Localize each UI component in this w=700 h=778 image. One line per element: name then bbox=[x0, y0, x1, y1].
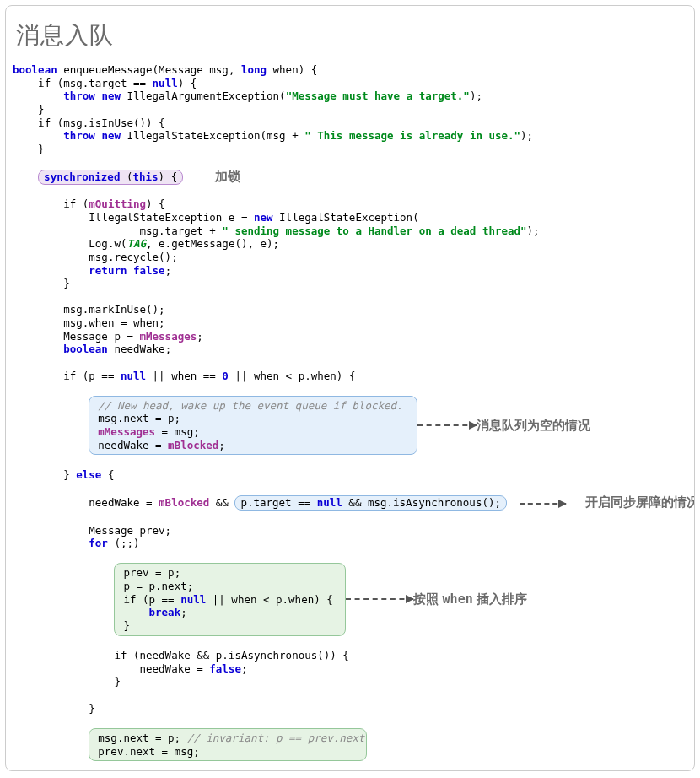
code-text: } bbox=[13, 103, 45, 116]
barrier-box: p.target == null && msg.isAsynchronous()… bbox=[234, 495, 507, 511]
code-text: if ( bbox=[13, 197, 89, 210]
synchronized-box: synchronized (this) { bbox=[38, 170, 183, 185]
code-text: ; bbox=[218, 439, 225, 451]
code-text: needWake = bbox=[13, 662, 209, 675]
code-text: Message p = bbox=[13, 330, 140, 343]
code-text: msg.next = p; bbox=[98, 732, 186, 744]
code-text: } bbox=[13, 468, 76, 481]
code-text: IllegalStateException(msg + bbox=[121, 129, 304, 142]
code-text: if (p == bbox=[13, 370, 121, 382]
comment: // New head, wake up the event queue if … bbox=[98, 399, 402, 412]
code-text: ); bbox=[520, 129, 533, 142]
code-text: } bbox=[13, 143, 45, 155]
code-text: ) { bbox=[146, 197, 165, 210]
arrow-icon bbox=[346, 598, 413, 600]
code-text: } bbox=[123, 619, 130, 632]
member: mBlocked bbox=[159, 496, 209, 509]
arrow-icon bbox=[417, 424, 477, 426]
code-text: if (msg.target == bbox=[13, 77, 153, 89]
kw-new: new bbox=[101, 129, 121, 142]
code-text: needWake = bbox=[13, 496, 159, 509]
indent bbox=[13, 129, 63, 142]
kw-false: false bbox=[209, 662, 241, 675]
code-text: msg.when = when; bbox=[13, 316, 165, 329]
code-document: 消息入队 boolean boolean enqueueMessage(Mess… bbox=[5, 5, 695, 771]
indent bbox=[123, 606, 148, 619]
code-text: needWake = bbox=[98, 439, 168, 451]
str: "Message must have a target." bbox=[286, 89, 470, 102]
code-text: } bbox=[13, 702, 95, 715]
kw-else: else bbox=[76, 468, 101, 481]
kw-break: break bbox=[149, 606, 181, 619]
kw-null: null bbox=[180, 593, 206, 606]
code-text: ) { bbox=[178, 77, 197, 89]
code-text: msg.next = p; bbox=[98, 412, 180, 424]
code-text: IllegalStateException e = bbox=[13, 211, 254, 224]
code-text: (;;) bbox=[108, 537, 140, 549]
member: mQuitting bbox=[89, 197, 146, 210]
code-text: , e.getMessage(), e); bbox=[146, 237, 279, 250]
member: mMessages bbox=[140, 330, 197, 343]
document-title: 消息入队 bbox=[16, 19, 684, 51]
code-text: prev = p; bbox=[123, 566, 180, 579]
indent bbox=[13, 343, 63, 355]
code-text: if (needWake && p.isAsynchronous()) { bbox=[13, 649, 349, 662]
annot-text: 插入排序 bbox=[473, 592, 527, 606]
annot-barrier: 开启同步屏障的情况 bbox=[585, 494, 695, 509]
code-block: boolean boolean enqueueMessage(Message m… bbox=[13, 63, 687, 771]
code-text: msg.recycle(); bbox=[13, 251, 178, 263]
code-text: IllegalArgumentException( bbox=[121, 89, 286, 102]
code-text: IllegalStateException( bbox=[273, 211, 419, 224]
link-box: msg.next = p; // invariant: p == prev.ne… bbox=[89, 728, 367, 761]
code-text: && bbox=[209, 496, 234, 509]
insert-loop-box: prev = p; p = p.next; if (p == null || w… bbox=[114, 563, 346, 635]
code-text: ; bbox=[180, 606, 187, 619]
code-text: { bbox=[101, 468, 114, 481]
code-text: } bbox=[13, 675, 121, 688]
code-text: msg.markInUse(); bbox=[13, 303, 165, 316]
indent bbox=[13, 89, 63, 102]
code-text: needWake; bbox=[108, 343, 171, 355]
code-text: msg.target + bbox=[13, 224, 222, 237]
code-text: p = p.next; bbox=[123, 580, 193, 592]
code-text: if (msg.isInUse()) { bbox=[13, 116, 165, 129]
code-text: Message prev; bbox=[13, 524, 171, 537]
kw-throw: throw bbox=[63, 129, 95, 142]
kw-new: new bbox=[254, 211, 273, 224]
new-head-box: // New head, wake up the event queue if … bbox=[89, 396, 417, 456]
code-text: ; bbox=[241, 662, 248, 675]
code-text: when) { bbox=[267, 63, 317, 76]
code-text: Log.w( bbox=[13, 237, 127, 250]
code-text: ; bbox=[165, 264, 172, 277]
kw-new: new bbox=[101, 89, 121, 102]
indent bbox=[13, 264, 89, 277]
code-text: ); bbox=[470, 89, 482, 102]
kw-boolean: boolean bbox=[63, 343, 108, 355]
kw-throw: throw bbox=[63, 89, 95, 102]
str: " sending message to a Handler on a dead… bbox=[222, 224, 526, 237]
member: mMessages bbox=[98, 425, 155, 438]
annot-when: when bbox=[443, 592, 473, 607]
kw-for: for bbox=[89, 537, 108, 549]
num: 0 bbox=[222, 370, 229, 382]
code-text: || when < p.when) { bbox=[229, 370, 356, 382]
kw-null: null bbox=[153, 77, 178, 89]
annot-lock: 加锁 bbox=[215, 169, 240, 183]
code-text: if (p == bbox=[123, 593, 180, 606]
code-text: = msg; bbox=[155, 425, 200, 438]
member: mBlocked bbox=[168, 439, 218, 451]
code-text: || when == bbox=[146, 370, 222, 382]
code-text: ); bbox=[527, 224, 540, 237]
code-text: } bbox=[13, 277, 70, 289]
code-text: || when < p.when) { bbox=[206, 593, 333, 606]
arrow-icon bbox=[520, 503, 566, 505]
str: " This message is already in use." bbox=[304, 129, 520, 142]
kw-false: false bbox=[133, 264, 165, 277]
annot-insert: 按照 when 插入排序 bbox=[413, 592, 526, 608]
kw-long: long bbox=[241, 63, 267, 76]
kw-null: null bbox=[121, 370, 146, 382]
comment: // invariant: p == prev.next bbox=[187, 732, 365, 744]
tag: TAG bbox=[127, 237, 146, 250]
indent bbox=[13, 537, 89, 549]
code-text: prev.next = msg; bbox=[98, 745, 199, 758]
